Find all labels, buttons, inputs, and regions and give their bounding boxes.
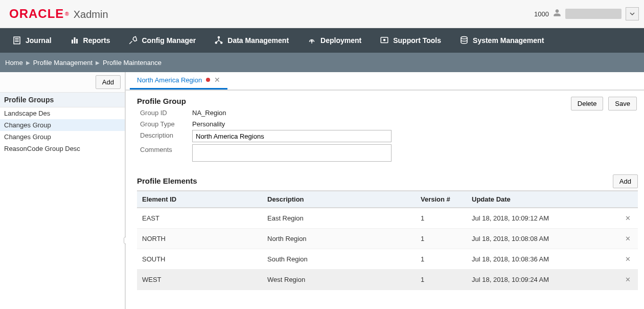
col-description[interactable]: Description [262, 191, 416, 208]
close-icon[interactable]: ✕ [214, 76, 220, 84]
cell-version: 1 [416, 270, 467, 290]
svg-rect-2 [76, 39, 78, 43]
tenant-id: 1000 [534, 10, 549, 18]
app-header: ORACLE® Xadmin 1000 [0, 0, 644, 28]
svg-point-8 [461, 37, 467, 39]
row-delete-icon[interactable]: ✕ [617, 249, 638, 270]
nav-deployment[interactable]: Deployment [298, 28, 371, 53]
cell-update-date: Jul 18, 2018, 10:09:12 AM [467, 208, 617, 229]
cell-version: 1 [416, 208, 467, 229]
label-group-id: Group ID [140, 107, 187, 117]
crumb-profile-management[interactable]: Profile Management [33, 59, 93, 67]
cell-description: East Region [262, 208, 416, 229]
nav-label: Config Manager [142, 36, 196, 45]
user-icon [553, 9, 561, 19]
col-version[interactable]: Version # [416, 191, 467, 208]
svg-point-3 [218, 36, 220, 39]
header-right: 1000 [534, 7, 639, 20]
cell-element-id: EAST [137, 208, 262, 229]
row-delete-icon[interactable]: ✕ [617, 270, 638, 290]
delete-button[interactable]: Delete [571, 97, 604, 111]
cell-update-date: Jul 18, 2018, 10:08:36 AM [467, 249, 617, 270]
dirty-indicator-icon [206, 78, 210, 82]
tab-north-america-region[interactable]: North America Region ✕ [130, 72, 227, 90]
table-row[interactable]: EAST East Region 1 Jul 18, 2018, 10:09:1… [137, 208, 638, 229]
table-row[interactable]: SOUTH South Region 1 Jul 18, 2018, 10:08… [137, 249, 638, 270]
nav-data-management[interactable]: Data Management [205, 28, 298, 53]
nav-label: Journal [26, 36, 52, 45]
user-name-placeholder[interactable] [565, 9, 622, 19]
row-delete-icon[interactable]: ✕ [617, 208, 638, 229]
app-title: Xadmin [74, 9, 108, 20]
sidebar-add-button[interactable]: Add [96, 75, 121, 89]
label-group-type: Group Type [140, 119, 187, 128]
col-actions [617, 191, 638, 208]
nav-support-tools[interactable]: Support Tools [371, 28, 450, 53]
sidebar-item-reasoncode-group-desc[interactable]: ReasonCode Group Desc [0, 143, 125, 154]
svg-rect-0 [72, 40, 73, 44]
tabs: North America Region ✕ [126, 72, 644, 91]
user-menu-toggle[interactable] [626, 7, 639, 20]
cell-update-date: Jul 18, 2018, 10:08:08 AM [467, 229, 617, 249]
profile-elements-table: Element ID Description Version # Update … [137, 190, 638, 290]
value-group-type: Personality [192, 119, 392, 128]
nav-label: System Management [473, 36, 544, 45]
nav-system-management[interactable]: System Management [450, 28, 553, 53]
cell-element-id: WEST [137, 270, 262, 290]
nav-config-manager[interactable]: Config Manager [119, 28, 205, 53]
col-update-date[interactable]: Update Date [467, 191, 617, 208]
chevron-right-icon: ▶ [96, 60, 100, 65]
profile-elements-header-row: Profile Elements Add [137, 174, 638, 188]
row-delete-icon[interactable]: ✕ [617, 229, 638, 249]
cell-update-date: Jul 18, 2018, 10:09:24 AM [467, 270, 617, 290]
profile-elements-title: Profile Elements [137, 176, 197, 185]
crumb-profile-maintenance[interactable]: Profile Maintenance [103, 59, 162, 67]
cell-description: West Region [262, 270, 416, 290]
nav-label: Reports [83, 36, 110, 45]
label-comments: Comments [140, 144, 187, 163]
profile-group-header-row: Profile Group Group ID NA_Region Group T… [137, 96, 638, 163]
tab-label: North America Region [137, 76, 202, 84]
sidebar-item-landscape-des[interactable]: Landscape Des [0, 107, 125, 119]
cell-element-id: SOUTH [137, 249, 262, 270]
sidebar-list: Landscape Des Changes Group Changes Grou… [0, 107, 125, 154]
value-group-id: NA_Region [192, 107, 392, 117]
cell-version: 1 [416, 229, 467, 249]
cell-description: North Region [262, 229, 416, 249]
profile-group-actions: Delete Save [571, 96, 638, 111]
nav-reports[interactable]: Reports [61, 28, 120, 53]
label-description: Description [140, 130, 187, 142]
comments-textarea[interactable] [192, 144, 392, 162]
content: Profile Group Group ID NA_Region Group T… [126, 91, 644, 295]
chevron-right-icon: ▶ [26, 60, 30, 65]
profile-group-form: Group ID NA_Region Group Type Personalit… [140, 107, 392, 163]
nav-label: Data Management [227, 36, 289, 45]
oracle-logo-reg: ® [65, 11, 69, 17]
sidebar-item-changes-group-2[interactable]: Changes Group [0, 131, 125, 143]
nav-label: Support Tools [393, 36, 441, 45]
sidebar-item-changes-group[interactable]: Changes Group [0, 119, 125, 131]
cell-description: South Region [262, 249, 416, 270]
main-panel: North America Region ✕ Profile Group Gro… [126, 72, 644, 309]
oracle-logo: ORACLE® [9, 7, 70, 21]
crumb-home[interactable]: Home [5, 59, 23, 67]
save-button[interactable]: Save [608, 97, 637, 111]
sidebar-heading: Profile Groups [0, 93, 125, 107]
sidebar-toolbar: Add [0, 72, 125, 93]
cell-element-id: NORTH [137, 229, 262, 249]
table-header-row: Element ID Description Version # Update … [137, 191, 638, 208]
description-input[interactable] [192, 130, 392, 142]
svg-rect-1 [74, 37, 75, 43]
svg-point-7 [383, 39, 386, 41]
brand: ORACLE® Xadmin [9, 7, 108, 21]
table-row[interactable]: WEST West Region 1 Jul 18, 2018, 10:09:2… [137, 270, 638, 290]
main-nav: Journal Reports Config Manager Data Mana… [0, 28, 644, 53]
table-row[interactable]: NORTH North Region 1 Jul 18, 2018, 10:08… [137, 229, 638, 249]
nav-label: Deployment [320, 36, 361, 45]
cell-version: 1 [416, 249, 467, 270]
elements-add-button[interactable]: Add [613, 174, 638, 188]
nav-journal[interactable]: Journal [3, 28, 61, 53]
oracle-logo-text: ORACLE [9, 7, 64, 21]
col-element-id[interactable]: Element ID [137, 191, 262, 208]
breadcrumb: Home ▶ Profile Management ▶ Profile Main… [0, 53, 644, 72]
